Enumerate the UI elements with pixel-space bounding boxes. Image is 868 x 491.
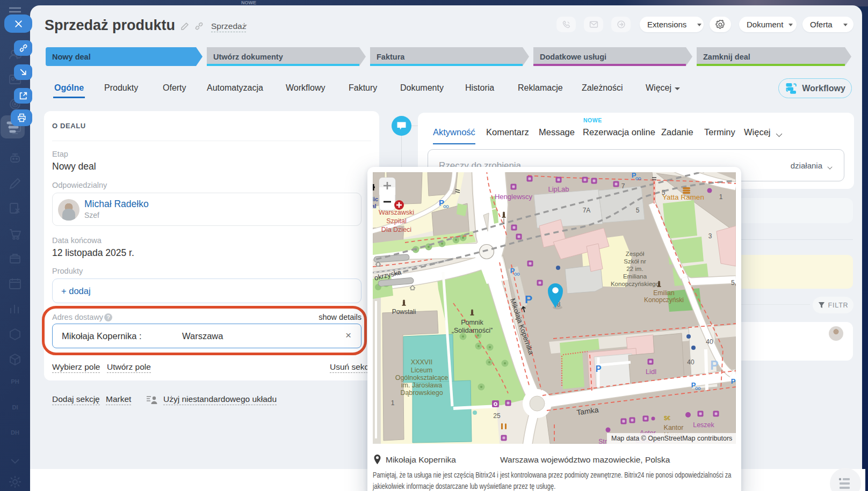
svg-text:1: 1 <box>391 399 395 407</box>
svg-text:Yatta Ramen: Yatta Ramen <box>662 193 704 201</box>
svg-text:Leszek: Leszek <box>693 421 714 429</box>
svg-text:3: 3 <box>708 232 712 240</box>
svg-text:5: 5 <box>662 189 666 196</box>
svg-text:Dla Dzieci: Dla Dzieci <box>381 226 411 233</box>
svg-text:LipLab: LipLab <box>548 185 569 193</box>
svg-text:P: P <box>510 267 515 275</box>
svg-text:7: 7 <box>621 182 625 190</box>
svg-text:5,: 5, <box>731 279 736 287</box>
svg-text:P: P <box>691 381 696 389</box>
svg-text:Emiliana: Emiliana <box>623 273 647 280</box>
svg-text:Szpital: Szpital <box>386 217 407 225</box>
svg-text:im. Jarosława: im. Jarosława <box>401 382 442 389</box>
svg-text:Dąbrowskiego: Dąbrowskiego <box>400 389 443 397</box>
svg-text:1: 1 <box>719 193 723 201</box>
svg-text:25: 25 <box>493 412 501 420</box>
svg-text:XXXVII: XXXVII <box>411 358 432 366</box>
svg-text:Str: Str <box>598 438 606 444</box>
svg-text:Pomnik: Pomnik <box>461 319 483 326</box>
svg-text:40: 40 <box>687 358 695 366</box>
svg-text:5: 5 <box>636 207 640 214</box>
svg-text:Kantor: Kantor <box>664 424 684 431</box>
svg-text:Liceum: Liceum <box>411 367 432 374</box>
svg-text:Szkół nr: Szkół nr <box>624 258 646 265</box>
svg-text:Map data © OpenStreetMap contr: Map data © OpenStreetMap contributors <box>611 435 732 442</box>
svg-text:lic: lic <box>373 196 378 202</box>
svg-text:„Solidarności”: „Solidarności” <box>452 327 493 334</box>
svg-text:$€: $€ <box>664 415 670 421</box>
svg-text:22 im.: 22 im. <box>626 266 643 272</box>
svg-text:Powstali: Powstali <box>392 308 416 316</box>
svg-text:al: al <box>373 203 377 209</box>
svg-text:P: P <box>731 377 736 385</box>
svg-text:Konopczyńskiego: Konopczyńskiego <box>611 281 659 287</box>
svg-text:Henglewscy: Henglewscy <box>495 193 533 201</box>
svg-text:Ogólnokształcące: Ogólnokształcące <box>395 374 449 382</box>
svg-text:P: P <box>525 293 532 305</box>
svg-text:Zespół: Zespół <box>626 251 645 257</box>
svg-text:Emilian: Emilian <box>653 289 674 297</box>
svg-text:Konopczyński: Konopczyński <box>644 296 684 304</box>
svg-text:40: 40 <box>706 338 713 346</box>
svg-text:7A: 7A <box>583 207 591 214</box>
svg-text:Lidl: Lidl <box>646 368 656 376</box>
svg-text:P: P <box>439 198 444 207</box>
svg-text:P: P <box>596 364 602 373</box>
svg-text:P: P <box>632 172 636 179</box>
svg-text:P: P <box>710 358 718 372</box>
